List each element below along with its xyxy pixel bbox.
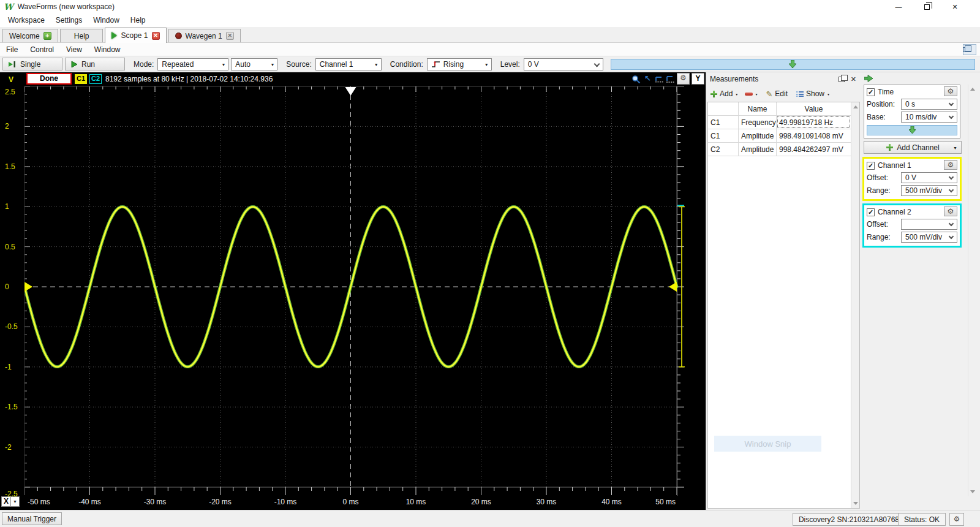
condition-select[interactable]: Rising ▼ bbox=[427, 58, 492, 70]
scope-running-icon bbox=[111, 32, 117, 39]
menu-item-window[interactable]: Window bbox=[88, 15, 125, 26]
chevron-down-icon bbox=[949, 233, 954, 238]
measurement-row[interactable]: C2 Amplitude 998.484262497 mV bbox=[708, 143, 851, 156]
remove-measurement-button[interactable]: ▾ bbox=[745, 92, 757, 96]
channel1-range-value: 500 mV/div bbox=[905, 186, 942, 195]
pointer-tool-icon[interactable]: ↖ bbox=[644, 74, 654, 82]
scroll-up-icon[interactable] bbox=[853, 105, 858, 108]
chevron-down-icon bbox=[594, 61, 600, 67]
name-column-header: Name bbox=[739, 102, 777, 115]
y-axis-unit-label: V bbox=[9, 75, 13, 84]
channel1-badge[interactable]: C1 bbox=[75, 74, 87, 84]
x-axis-tick-label: 40 ms bbox=[595, 498, 629, 506]
app-menubar: Workspace Settings Window Help bbox=[0, 13, 980, 27]
channel2-offset-label: Offset: bbox=[867, 220, 901, 229]
single-label: Single bbox=[20, 60, 40, 69]
tab-welcome[interactable]: Welcome + bbox=[2, 29, 58, 42]
scroll-up-icon[interactable] bbox=[970, 88, 975, 91]
add-instrument-icon[interactable]: + bbox=[43, 32, 51, 40]
y-axis-button[interactable]: Y bbox=[692, 73, 704, 85]
y-axis-tick-label: 1.5 bbox=[5, 162, 15, 171]
channel1-settings-button[interactable]: ⚙ bbox=[944, 160, 957, 170]
time-checkbox[interactable]: ✓ bbox=[867, 88, 875, 96]
dropdown-icon: ▼ bbox=[221, 63, 225, 67]
channel1-offset-combo[interactable]: 0 V bbox=[901, 172, 957, 183]
close-button[interactable]: ✕ bbox=[941, 0, 969, 13]
acquisition-select[interactable]: Auto ▼ bbox=[231, 58, 277, 70]
channel1-checkbox[interactable]: ✓ bbox=[867, 162, 875, 170]
menu-item-settings[interactable]: Settings bbox=[50, 15, 88, 26]
scope-menu-control[interactable]: Control bbox=[29, 44, 60, 55]
single-button[interactable]: Single bbox=[2, 58, 62, 70]
time-settings-button[interactable]: ⚙ bbox=[944, 86, 957, 96]
condition-value: Rising bbox=[443, 60, 464, 69]
tab-wavegen-close-icon[interactable]: ✕ bbox=[226, 32, 234, 40]
dropdown-small-icon: ▾ bbox=[736, 92, 737, 96]
cursor-y-icon[interactable] bbox=[666, 75, 676, 83]
channel2-range-combo[interactable]: 500 mV/div bbox=[901, 232, 957, 243]
scope-menu-file[interactable]: File bbox=[5, 44, 24, 55]
channel2-badge[interactable]: C2 bbox=[89, 74, 102, 84]
scope-menu-view[interactable]: View bbox=[65, 44, 88, 55]
y-axis-tick-label: 0.5 bbox=[5, 243, 15, 251]
channel2-offset-combo[interactable] bbox=[901, 219, 957, 230]
channel2-range-label: Range: bbox=[867, 233, 901, 241]
scroll-down-icon[interactable] bbox=[853, 502, 858, 505]
device-info: Discovery2 SN:210321A80768 bbox=[793, 513, 905, 526]
level-combo[interactable]: 0 V bbox=[524, 58, 603, 70]
run-button[interactable]: Run bbox=[65, 58, 125, 70]
channel2-checkbox[interactable]: ✓ bbox=[867, 208, 875, 216]
source-select[interactable]: Channel 1 ▼ bbox=[315, 58, 382, 70]
menu-item-workspace[interactable]: Workspace bbox=[2, 15, 50, 26]
level-value: 0 V bbox=[528, 60, 539, 69]
plot-settings-button[interactable]: ⚙ bbox=[677, 73, 690, 85]
status-indicator: Status: OK bbox=[898, 513, 946, 526]
manual-trigger-button[interactable]: Manual Trigger bbox=[2, 512, 62, 525]
source-value: Channel 1 bbox=[320, 60, 353, 69]
measurement-channel: C1 bbox=[708, 116, 739, 129]
show-measurement-button[interactable]: Show ▾ bbox=[796, 89, 829, 98]
measurement-value: 998.484262497 mV bbox=[777, 143, 851, 156]
measurement-row[interactable]: C1 Amplitude 998.491091408 mV bbox=[708, 129, 851, 143]
scroll-down-icon[interactable] bbox=[970, 490, 975, 493]
channel1-offset-label: Offset: bbox=[867, 173, 901, 182]
close-icon: ✕ bbox=[952, 3, 957, 11]
trigger-position-bar[interactable] bbox=[611, 59, 975, 70]
dropdown-icon: ▼ bbox=[953, 146, 957, 150]
maximize-button[interactable] bbox=[913, 0, 941, 13]
menu-item-help[interactable]: Help bbox=[125, 15, 151, 26]
channel1-range-combo[interactable]: 500 mV/div bbox=[901, 185, 957, 196]
collapse-sidebar-icon[interactable] bbox=[864, 75, 873, 83]
sidebar-scrollbar[interactable] bbox=[968, 85, 976, 496]
edit-measurement-button[interactable]: ✎ Edit bbox=[766, 89, 788, 99]
waveform-plot[interactable] bbox=[24, 86, 689, 496]
add-channel-button[interactable]: Add Channel ▼ bbox=[864, 141, 962, 154]
cursor-x-icon[interactable] bbox=[655, 75, 665, 83]
base-combo[interactable]: 10 ms/div bbox=[901, 112, 957, 123]
position-combo[interactable]: 0 s bbox=[901, 99, 957, 110]
time-position-bar[interactable] bbox=[867, 125, 957, 135]
close-panel-icon[interactable]: ✕ bbox=[851, 75, 856, 83]
channel2-settings-button[interactable]: ⚙ bbox=[944, 207, 957, 216]
y-axis-tick-label: -1 bbox=[5, 363, 12, 371]
undock-panel-icon[interactable] bbox=[839, 77, 845, 82]
scope-menu-window[interactable]: Window bbox=[93, 44, 127, 55]
zoom-tool-icon[interactable] bbox=[631, 75, 641, 83]
mode-value: Repeated bbox=[162, 60, 194, 69]
minimize-button[interactable]: — bbox=[884, 0, 913, 13]
plus-icon bbox=[886, 144, 893, 151]
tab-help[interactable]: Help bbox=[60, 29, 104, 42]
mode-select[interactable]: Repeated ▼ bbox=[157, 58, 228, 70]
device-settings-button[interactable]: ⚙ bbox=[949, 513, 964, 526]
y-axis-tick-label: -1.5 bbox=[5, 403, 18, 411]
tab-scope[interactable]: Scope 1 ✕ bbox=[105, 28, 166, 43]
measurement-row[interactable]: C1 Frequency 49.99819718 Hz bbox=[708, 116, 851, 129]
window-controls: — ✕ bbox=[884, 0, 969, 13]
tab-scope-close-icon[interactable]: ✕ bbox=[152, 32, 160, 40]
acquisition-info: 8192 samples at 80 kHz | 2018-07-02 14:1… bbox=[105, 75, 273, 83]
float-window-button[interactable] bbox=[963, 44, 976, 55]
window-title: WaveForms (new workspace) bbox=[18, 2, 115, 11]
add-measurement-button[interactable]: Add ▾ bbox=[710, 89, 737, 98]
measurements-scrollbar[interactable] bbox=[851, 102, 859, 508]
tab-wavegen[interactable]: Wavegen 1 ✕ bbox=[168, 29, 241, 42]
